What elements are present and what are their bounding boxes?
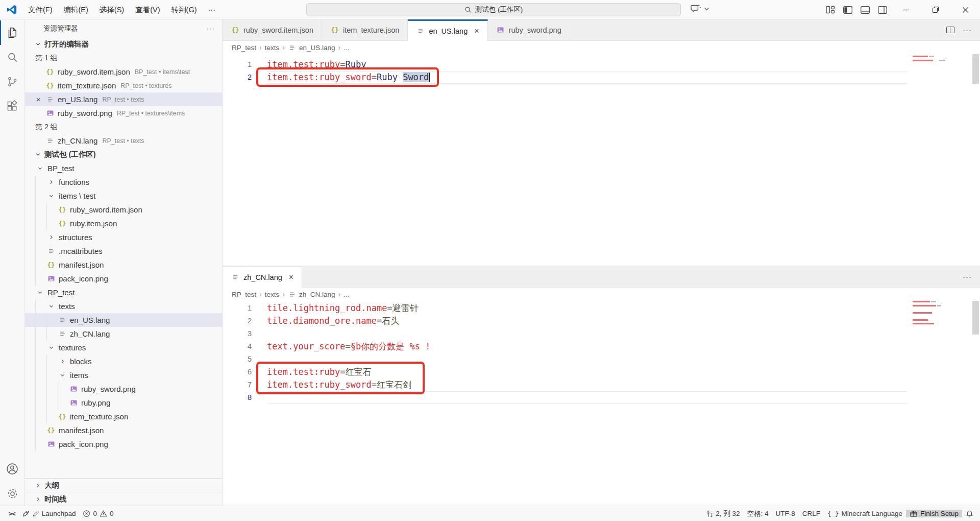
activitybar-extensions[interactable] <box>0 94 24 119</box>
breadcrumb-item[interactable]: texts <box>265 291 280 298</box>
breadcrumb-item[interactable]: zh_CN.lang <box>288 291 335 298</box>
code-editor-zh-cn[interactable]: 1tile.lightning_rod.name=避雷针2tile.diamon… <box>223 301 980 506</box>
menu-item[interactable]: 选择(S) <box>94 3 130 16</box>
open-editor-item[interactable]: ruby_sword.pngRP_test • textures\items <box>25 106 222 120</box>
menu-item[interactable]: 转到(G) <box>166 3 203 16</box>
tab-zh-cn-lang[interactable]: zh_CN.lang× <box>223 266 302 288</box>
tree-file-item-texture-json[interactable]: {}item_texture.json <box>25 410 222 423</box>
activitybar-accounts[interactable] <box>0 457 24 481</box>
explorer-more-actions-icon[interactable]: ··· <box>207 25 215 32</box>
sidebar-section-timeline[interactable]: 时间线 <box>25 492 222 506</box>
notifications-bell-icon[interactable] <box>962 510 977 518</box>
code-line-2[interactable]: 2tile.diamond_ore.name=石头 <box>223 315 908 327</box>
menu-item[interactable]: ··· <box>202 3 221 16</box>
code-editor-en-us[interactable]: 1item.test:ruby=Ruby2item.test:ruby_swor… <box>223 54 980 266</box>
problems-status-item[interactable]: 0 0 <box>79 506 117 521</box>
chevron-down-icon[interactable] <box>704 6 709 12</box>
tab-item-texture-json[interactable]: {}item_texture.json <box>322 19 408 40</box>
finish-setup-button[interactable]: Finish Setup <box>906 510 962 517</box>
encoding[interactable]: UTF-8 <box>772 510 799 517</box>
launchpad-status-item[interactable]: Launchpad <box>18 506 80 521</box>
tab-ruby-sword-item-json[interactable]: {}ruby_sword.item.json <box>223 19 322 40</box>
workspace-header[interactable]: 测试包 (工作区) <box>25 148 222 161</box>
breadcrumb[interactable]: RP_test›texts›zh_CN.lang›... <box>223 288 980 301</box>
restore-icon[interactable] <box>921 0 950 19</box>
toggle-primary-sidebar-icon[interactable] <box>843 6 852 14</box>
tree-file-en-us-lang[interactable]: en_US.lang <box>25 313 222 327</box>
code-line-8[interactable]: 8 <box>223 391 908 404</box>
code-line-1[interactable]: 1tile.lightning_rod.name=避雷针 <box>223 302 908 315</box>
more-actions-icon[interactable]: ··· <box>963 26 972 34</box>
tree-file-zh-cn-lang[interactable]: zh_CN.lang <box>25 327 222 341</box>
breadcrumb-item[interactable]: RP_test <box>232 44 256 52</box>
breadcrumb-item[interactable]: ... <box>344 44 349 52</box>
open-editors-header[interactable]: 打开的编辑器 <box>25 37 222 51</box>
close-icon[interactable] <box>950 0 980 19</box>
cursor-position[interactable]: 行 2, 列 32 <box>703 509 744 518</box>
close-icon[interactable]: × <box>289 273 293 282</box>
breadcrumb-item[interactable]: en_US.lang <box>288 44 335 52</box>
breadcrumb-item[interactable]: texts <box>265 44 280 52</box>
menu-item[interactable]: 查看(V) <box>130 3 165 16</box>
tree-file-manifest-json[interactable]: {}manifest.json <box>25 258 222 272</box>
tree-folder-blocks[interactable]: blocks <box>25 354 222 368</box>
tree-file-pack-icon-png[interactable]: pack_icon.png <box>25 272 222 286</box>
tree-folder-texts[interactable]: texts <box>25 299 222 313</box>
tree-file--mcattributes[interactable]: .mcattributes <box>25 244 222 258</box>
command-center-search[interactable]: 测试包 (工作区) <box>306 3 681 16</box>
code-line-7[interactable]: 7item.test:ruby_sword=红宝石剑 <box>223 378 908 391</box>
code-line-6[interactable]: 6item.test:ruby=红宝石 <box>223 366 908 378</box>
activitybar-explorer[interactable] <box>0 20 24 45</box>
open-editor-item[interactable]: {}item_texture.jsonRP_test • textures <box>25 79 222 92</box>
toggle-panel-icon[interactable] <box>861 6 870 14</box>
tree-folder-textures[interactable]: textures <box>25 341 222 354</box>
code-line-4[interactable]: 4text.your_score=§b你的分数是 %s ! <box>223 340 908 353</box>
tree-file-ruby-item-json[interactable]: {}ruby.item.json <box>25 217 222 230</box>
breadcrumb[interactable]: RP_test›texts›en_US.lang›... <box>223 41 980 54</box>
language-mode[interactable]: { } Minecraft Language <box>824 510 906 517</box>
breadcrumb-item[interactable]: RP_test <box>232 291 256 298</box>
activitybar-settings[interactable] <box>0 481 24 506</box>
code-line-3[interactable]: 3 <box>223 327 908 340</box>
tree-folder-items[interactable]: items <box>25 368 222 382</box>
code-line-2[interactable]: 2item.test:ruby_sword=Ruby Sword <box>223 71 908 84</box>
tree-folder-structures[interactable]: structures <box>25 230 222 244</box>
breadcrumb-item[interactable]: ... <box>344 291 349 298</box>
indentation[interactable]: 空格: 4 <box>744 509 772 518</box>
tree-file-pack-icon-png[interactable]: pack_icon.png <box>25 437 222 451</box>
open-editor-item[interactable]: ×en_US.langRP_test • texts <box>25 92 222 106</box>
more-actions-icon[interactable]: ··· <box>963 272 972 281</box>
tree-folder-rp-test[interactable]: RP_test <box>25 286 222 299</box>
scrollbar[interactable] <box>972 54 979 84</box>
tab-ruby-sword-png[interactable]: ruby_sword.png <box>488 19 570 40</box>
minimize-icon[interactable] <box>891 0 921 19</box>
tab-en-us-lang[interactable]: en_US.lang× <box>408 19 487 41</box>
tree-file-manifest-json[interactable]: {}manifest.json <box>25 423 222 437</box>
activitybar-source-control[interactable] <box>0 69 24 94</box>
close-icon[interactable]: × <box>34 95 42 104</box>
toggle-secondary-sidebar-icon[interactable] <box>878 6 887 14</box>
split-editor-icon[interactable] <box>946 27 954 33</box>
eol-sequence[interactable]: CRLF <box>799 510 824 517</box>
open-editor-item[interactable]: zh_CN.langRP_test • texts <box>25 134 222 148</box>
scrollbar[interactable] <box>972 301 979 335</box>
warning-count: 0 <box>110 510 114 517</box>
close-icon[interactable]: × <box>474 27 479 36</box>
remote-indicator-icon[interactable]: >< <box>5 506 18 521</box>
tree-folder-bp-test[interactable]: BP_test <box>25 161 222 175</box>
tree-file-ruby-sword-png[interactable]: ruby_sword.png <box>25 382 222 396</box>
activitybar-search[interactable] <box>0 45 24 69</box>
menu-item[interactable]: 文件(F) <box>22 3 58 16</box>
tree-folder-functions[interactable]: functions <box>25 175 222 189</box>
customize-layout-icon[interactable] <box>826 6 835 14</box>
code-line-1[interactable]: 1item.test:ruby=Ruby <box>223 58 908 71</box>
tree-folder-items-test[interactable]: items \ test <box>25 189 222 203</box>
open-editor-item[interactable]: {}ruby_sword.item.jsonBP_test • items\te… <box>25 65 222 79</box>
tree-file-ruby-png[interactable]: ruby.png <box>25 396 222 410</box>
code-line-5[interactable]: 5 <box>223 353 908 366</box>
sidebar-section-outline[interactable]: 大纲 <box>25 478 222 492</box>
copilot-chat-icon[interactable] <box>691 4 701 14</box>
menu-item[interactable]: 编辑(E) <box>58 3 94 16</box>
line-number: 7 <box>223 378 267 391</box>
tree-file-ruby-sword-item-json[interactable]: {}ruby_sword.item.json <box>25 203 222 217</box>
